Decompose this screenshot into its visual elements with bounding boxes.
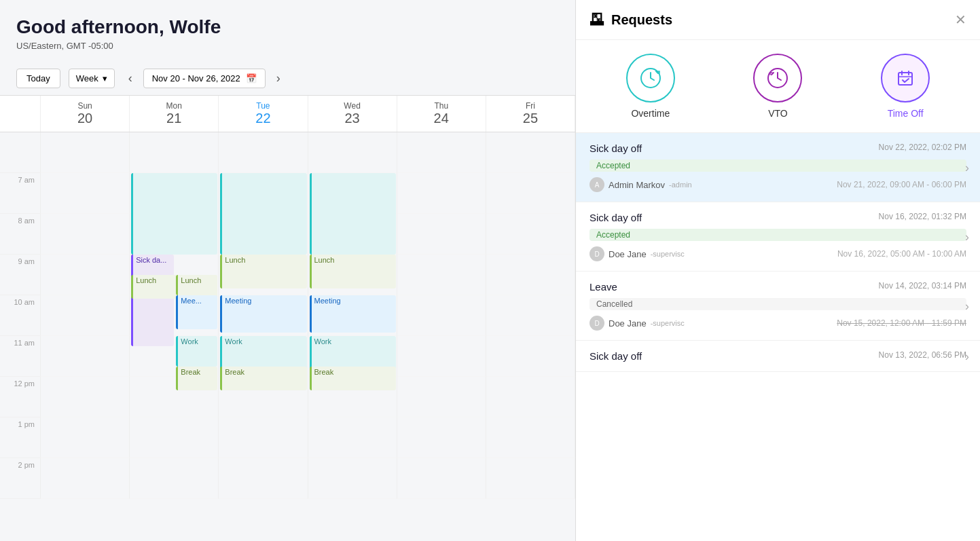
time-label-2: 8 am (0, 214, 41, 255)
vto-circle (753, 54, 802, 102)
chevron-right-icon-0: › (965, 160, 969, 174)
request-type-name-3: Sick day off (589, 350, 642, 362)
request-item-1[interactable]: Sick day off Nov 16, 2022, 01:32 PM Acce… (576, 202, 980, 272)
day-slot-21-h6[interactable] (130, 377, 219, 417)
chevron-down-icon: ▾ (103, 73, 107, 83)
time-label-7: 1 pm (0, 417, 41, 458)
user-role-0: -admin (669, 181, 692, 189)
request-badge-2: Cancelled (589, 298, 966, 310)
request-item-3[interactable]: Sick day off Nov 13, 2022, 06:56 PM › (576, 341, 980, 372)
time-label-4: 10 am (0, 295, 41, 336)
requests-list: Sick day off Nov 22, 2022, 02:02 PM Acce… (576, 133, 980, 541)
day-slot-21-h0[interactable] (130, 132, 219, 173)
day-slot-23-h8[interactable] (308, 458, 397, 499)
day-slot-20-h1[interactable] (41, 173, 130, 214)
calendar-event-meeting[interactable]: Meeting (220, 295, 306, 333)
time-label-1: 7 am (0, 173, 41, 214)
overtime-circle (626, 54, 675, 102)
day-slot-24-h5[interactable] (397, 336, 486, 377)
day-slot-24-h2[interactable] (397, 214, 486, 255)
calendar-event-[interactable] (131, 173, 217, 255)
user-avatar-2: D (589, 316, 604, 331)
request-type-timeoff[interactable]: Time Off (881, 54, 930, 119)
day-slot-20-h4[interactable] (41, 295, 130, 336)
day-slot-24-h8[interactable] (397, 458, 486, 499)
calendar-event-[interactable] (310, 173, 396, 255)
day-slot-25-h2[interactable] (486, 214, 575, 255)
request-date-2: Nov 14, 2022, 03:14 PM (879, 281, 966, 291)
day-slot-23-h7[interactable] (308, 417, 397, 458)
calendar-icon: 📅 (246, 73, 257, 83)
request-date-1: Nov 16, 2022, 01:32 PM (879, 212, 966, 221)
greeting-title: Good afternoon, Wolfe (16, 16, 559, 38)
request-date-0: Nov 22, 2022, 02:02 PM (879, 143, 966, 152)
calendar-event-meeting[interactable]: Meeting (310, 295, 396, 333)
time-gutter (0, 96, 41, 132)
vto-label: VTO (768, 108, 788, 119)
next-week-button[interactable]: › (271, 69, 286, 88)
calendar-event-lunch[interactable]: Lunch (131, 275, 217, 299)
day-slot-24-h7[interactable] (397, 417, 486, 458)
request-type-overtime[interactable]: Overtime (626, 54, 675, 119)
day-slot-20-h3[interactable] (41, 255, 130, 295)
day-slot-25-h4[interactable] (486, 295, 575, 336)
calendar-event-work[interactable]: Work (310, 336, 396, 370)
cal-header-day-22: Tue22 (219, 96, 308, 132)
user-name-1: Doe Jane (609, 249, 647, 259)
day-slot-25-h7[interactable] (486, 417, 575, 458)
overtime-label: Overtime (631, 108, 670, 119)
request-type-name-2: Leave (589, 281, 617, 293)
user-name-0: Admin Markov (609, 180, 665, 190)
calendar-event-work[interactable]: Work (220, 336, 306, 370)
requests-panel: 🗳 Requests ✕ Overtime (576, 0, 980, 541)
timezone-label: US/Eastern, GMT -05:00 (16, 41, 559, 51)
time-label-6: 12 pm (0, 377, 41, 417)
day-slot-23-h0[interactable] (308, 132, 397, 173)
day-slot-25-h5[interactable] (486, 336, 575, 377)
calendar-event-sick-da...[interactable]: Sick da... (131, 255, 174, 346)
day-slot-20-h8[interactable] (41, 458, 130, 499)
day-slot-24-h0[interactable] (397, 132, 486, 173)
chevron-right-icon-2: › (965, 299, 969, 313)
day-slot-20-h0[interactable] (41, 132, 130, 173)
calendar-event-break[interactable]: Break (310, 367, 396, 390)
request-type-name-0: Sick day off (589, 143, 642, 154)
day-slot-20-h2[interactable] (41, 214, 130, 255)
day-slot-25-h8[interactable] (486, 458, 575, 499)
today-button[interactable]: Today (16, 69, 60, 88)
day-slot-22-h7[interactable] (219, 417, 308, 458)
timeoff-circle (881, 54, 930, 102)
request-item-0[interactable]: Sick day off Nov 22, 2022, 02:02 PM Acce… (576, 133, 980, 202)
time-label-3: 9 am (0, 255, 41, 295)
day-slot-25-h6[interactable] (486, 377, 575, 417)
day-slot-20-h6[interactable] (41, 377, 130, 417)
request-item-2[interactable]: Leave Nov 14, 2022, 03:14 PM Cancelled D… (576, 272, 980, 341)
prev-week-button[interactable]: ‹ (123, 69, 138, 88)
day-slot-21-h8[interactable] (130, 458, 219, 499)
calendar-event-break[interactable]: Break (220, 367, 306, 390)
day-slot-20-h7[interactable] (41, 417, 130, 458)
week-selector[interactable]: Week ▾ (69, 69, 115, 88)
calendar-scroll[interactable]: 7 am8 am9 am10 am11 am12 pm1 pm2 pmLunch… (0, 132, 575, 541)
day-slot-24-h4[interactable] (397, 295, 486, 336)
day-slot-21-h7[interactable] (130, 417, 219, 458)
calendar-event-[interactable] (220, 173, 306, 255)
day-slot-22-h0[interactable] (219, 132, 308, 173)
day-slot-25-h0[interactable] (486, 132, 575, 173)
request-type-vto[interactable]: VTO (753, 54, 802, 119)
day-slot-24-h6[interactable] (397, 377, 486, 417)
calendar-event-lunch[interactable]: Lunch (220, 255, 306, 288)
close-panel-button[interactable]: ✕ (955, 12, 966, 28)
svg-rect-2 (899, 73, 912, 85)
day-slot-24-h3[interactable] (397, 255, 486, 295)
day-slot-20-h5[interactable] (41, 336, 130, 377)
request-time-0: Nov 21, 2022, 09:00 AM - 06:00 PM (837, 180, 966, 189)
day-slot-25-h3[interactable] (486, 255, 575, 295)
calendar-event-lunch[interactable]: Lunch (310, 255, 396, 288)
day-slot-22-h8[interactable] (219, 458, 308, 499)
day-slot-24-h1[interactable] (397, 173, 486, 214)
inbox-icon: 🗳 (589, 11, 604, 29)
cal-header-day-23: Wed23 (308, 96, 397, 132)
time-label-0 (0, 132, 41, 173)
day-slot-25-h1[interactable] (486, 173, 575, 214)
